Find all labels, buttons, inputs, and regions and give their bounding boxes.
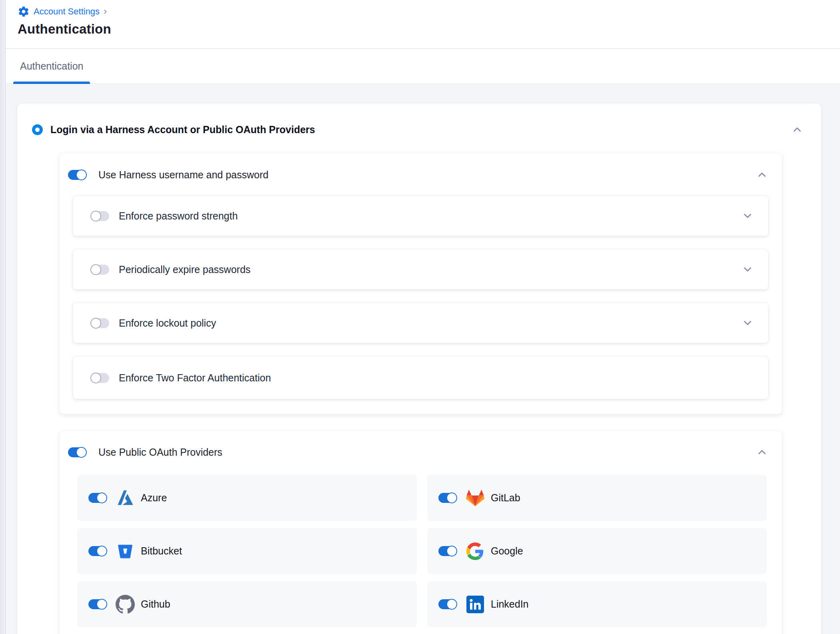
toggle-gitlab[interactable] [438,493,457,503]
harness-login-header: Use Harness username and password [68,168,768,181]
nav-panel-edge [0,0,6,634]
login-methods-card: Login via a Harness Account or Public OA… [17,104,821,634]
option-label: Enforce lockout policy [119,317,216,329]
option-label: Enforce Two Factor Authentication [119,372,271,384]
provider-name: Bitbucket [141,545,182,557]
chevron-down-icon[interactable] [742,263,754,275]
option-label: Enforce password strength [119,210,238,222]
content-area: Login via a Harness Account or Public OA… [0,84,840,634]
provider-name: Google [491,545,523,557]
login-method-title: Login via a Harness Account or Public OA… [50,124,315,136]
google-icon [466,542,485,561]
radio-login-harness-oauth[interactable] [32,124,43,135]
azure-icon [116,488,135,508]
chevron-up-icon[interactable] [791,124,803,136]
provider-name: LinkedIn [491,598,529,610]
provider-row-bitbucket: Bitbucket [77,528,417,574]
page-header: Account Settings › Authentication [0,0,840,49]
bitbucket-icon [116,542,135,561]
toggle-two-factor-auth[interactable] [91,373,109,383]
oauth-header: Use Public OAuth Providers [68,445,768,459]
provider-row-linkedin: LinkedIn [427,581,767,627]
provider-name: GitLab [491,492,520,504]
toggle-github[interactable] [88,599,107,609]
active-tab-indicator [13,82,90,84]
toggle-google[interactable] [438,546,457,556]
linkedin-icon [466,595,485,614]
toggle-azure[interactable] [88,493,107,503]
chevron-right-icon: › [104,6,107,17]
oauth-providers-card: Use Public OAuth Providers [60,431,782,634]
breadcrumb: Account Settings › [18,5,840,18]
toggle-expire-passwords[interactable] [91,265,109,275]
gitlab-icon [466,488,485,508]
chevron-up-icon[interactable] [756,446,768,458]
chevron-up-icon[interactable] [756,169,768,181]
option-enforce-password-strength: Enforce password strength [73,196,768,236]
provider-name: Azure [141,492,167,504]
toggle-lockout-policy[interactable] [91,318,109,328]
provider-row-azure: Azure [77,475,417,521]
option-label: Periodically expire passwords [119,264,250,275]
tab-bar: Authentication [0,49,840,84]
authentication-settings-page: Account Settings › Authentication Authen… [0,0,840,634]
login-method-header: Login via a Harness Account or Public OA… [17,104,821,136]
provider-row-google: Google [427,528,767,574]
toggle-use-public-oauth[interactable] [68,447,86,457]
page-title: Authentication [18,22,840,37]
toggle-use-harness-password[interactable] [68,170,86,180]
oauth-provider-grid: Azure [77,475,767,627]
harness-login-title: Use Harness username and password [98,169,268,181]
option-enforce-two-factor: Enforce Two Factor Authentication [73,357,768,399]
breadcrumb-account-settings-link[interactable]: Account Settings [34,6,100,17]
provider-row-gitlab: GitLab [427,475,767,521]
tab-label: Authentication [20,60,83,72]
provider-row-github: Github [77,581,417,627]
toggle-linkedin[interactable] [438,599,457,609]
chevron-down-icon[interactable] [742,210,754,222]
toggle-bitbucket[interactable] [88,546,107,556]
provider-name: Github [141,598,170,610]
chevron-down-icon[interactable] [742,317,754,329]
option-periodically-expire-passwords: Periodically expire passwords [73,249,768,289]
gear-icon [18,6,30,18]
oauth-title: Use Public OAuth Providers [98,447,222,458]
tab-authentication[interactable]: Authentication [13,49,90,84]
toggle-enforce-password-strength[interactable] [91,211,109,221]
option-enforce-lockout-policy: Enforce lockout policy [73,303,768,343]
harness-login-card: Use Harness username and password Enforc… [60,154,782,414]
password-policy-options: Enforce password strength Periodically e… [73,196,768,399]
github-icon [116,595,135,614]
